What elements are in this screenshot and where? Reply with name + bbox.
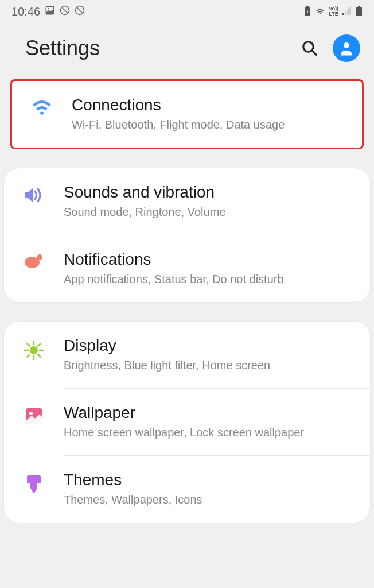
item-title: Wallpaper — [64, 404, 354, 422]
battery-icon — [356, 6, 363, 18]
status-bar: 10:46 Vo)) LTE — [0, 0, 374, 23]
search-button[interactable] — [298, 37, 321, 60]
item-text: Wallpaper Home screen wallpaper, Lock sc… — [64, 404, 354, 440]
status-right: Vo)) LTE — [303, 6, 363, 18]
page-title: Settings — [25, 36, 100, 60]
card-sounds-notifications: Sounds and vibration Sound mode, Rington… — [3, 168, 371, 303]
svg-point-29 — [29, 412, 33, 415]
volte-icon: Vo)) LTE — [329, 6, 338, 17]
item-subtitle: Themes, Wallpapers, Icons — [64, 492, 354, 508]
item-subtitle: Wi-Fi, Bluetooth, Flight mode, Data usag… — [72, 117, 346, 133]
settings-item-connections[interactable]: Connections Wi-Fi, Bluetooth, Flight mod… — [12, 81, 362, 148]
item-subtitle: Brightness, Blue light filter, Home scre… — [64, 357, 354, 373]
item-title: Notifications — [64, 250, 354, 269]
svg-rect-7 — [306, 6, 309, 7]
status-left: 10:46 — [11, 5, 85, 18]
wifi-settings-icon — [28, 99, 56, 117]
settings-item-wallpaper[interactable]: Wallpaper Home screen wallpaper, Lock sc… — [4, 389, 370, 455]
header: Settings — [0, 23, 374, 79]
wallpaper-icon — [20, 407, 48, 425]
svg-point-18 — [37, 254, 42, 260]
svg-rect-8 — [342, 13, 344, 15]
card-connections: Connections Wi-Fi, Bluetooth, Flight mod… — [10, 79, 364, 149]
settings-item-themes[interactable]: Themes Themes, Wallpapers, Icons — [4, 456, 370, 523]
item-text: Display Brightness, Blue light filter, H… — [64, 336, 354, 373]
search-icon — [301, 40, 318, 57]
item-title: Sounds and vibration — [64, 183, 354, 202]
svg-line-25 — [38, 354, 41, 357]
item-subtitle: Home screen wallpaper, Lock screen wallp… — [64, 424, 354, 440]
picture-icon — [45, 5, 55, 18]
signal-icon — [342, 7, 352, 17]
item-subtitle: App notifications, Status bar, Do not di… — [64, 271, 354, 287]
settings-item-notifications[interactable]: Notifications App notifications, Status … — [4, 235, 370, 302]
battery-saver-icon — [303, 6, 311, 17]
profile-button[interactable] — [333, 34, 360, 62]
svg-rect-31 — [30, 482, 37, 488]
svg-rect-13 — [358, 6, 360, 7]
svg-point-16 — [344, 42, 349, 48]
svg-line-15 — [312, 51, 317, 55]
dnd-icon — [60, 5, 70, 18]
item-text: Themes Themes, Wallpapers, Icons — [64, 471, 354, 508]
sound-icon — [20, 187, 48, 204]
item-subtitle: Sound mode, Ringtone, Volume — [64, 204, 354, 220]
item-title: Display — [64, 336, 354, 355]
item-text: Connections Wi-Fi, Bluetooth, Flight mod… — [72, 96, 346, 133]
svg-point-1 — [48, 7, 49, 9]
svg-line-24 — [28, 344, 30, 347]
display-icon — [20, 340, 48, 361]
settings-item-sounds[interactable]: Sounds and vibration Sound mode, Rington… — [4, 168, 370, 235]
header-actions — [298, 34, 360, 62]
svg-rect-12 — [356, 7, 362, 16]
svg-rect-11 — [349, 7, 351, 15]
svg-line-3 — [63, 7, 68, 13]
notification-icon — [20, 254, 48, 269]
dnd-icon-2 — [75, 5, 85, 18]
svg-line-27 — [38, 344, 41, 347]
person-icon — [338, 40, 355, 57]
svg-rect-30 — [27, 475, 41, 483]
svg-point-19 — [30, 346, 38, 354]
settings-item-display[interactable]: Display Brightness, Blue light filter, H… — [4, 322, 370, 388]
item-text: Sounds and vibration Sound mode, Rington… — [64, 183, 354, 220]
svg-line-5 — [77, 7, 83, 13]
item-text: Notifications App notifications, Status … — [64, 250, 354, 287]
item-title: Themes — [64, 471, 354, 489]
svg-rect-9 — [345, 11, 346, 15]
themes-icon — [20, 474, 48, 495]
item-title: Connections — [72, 96, 346, 114]
svg-rect-10 — [347, 9, 349, 15]
card-display-wallpaper-themes: Display Brightness, Blue light filter, H… — [3, 321, 371, 523]
status-time: 10:46 — [11, 5, 40, 18]
svg-line-26 — [28, 354, 30, 357]
wifi-icon — [315, 7, 325, 17]
